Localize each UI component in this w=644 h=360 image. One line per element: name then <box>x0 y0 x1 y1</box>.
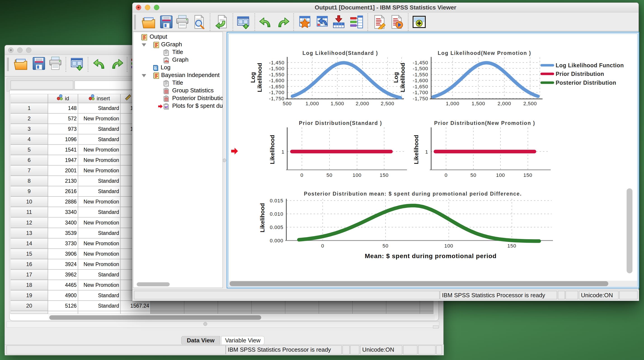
svg-text:1,500: 1,500 <box>330 101 344 106</box>
svg-text:-1,650: -1,650 <box>269 84 284 89</box>
svg-text:2,500: 2,500 <box>381 101 394 106</box>
svg-text:-1,500: -1,500 <box>269 66 284 71</box>
svg-text:-1,450: -1,450 <box>269 60 284 65</box>
svg-text:Posterior Distribution: Posterior Distribution <box>556 79 616 86</box>
svg-text:150: 150 <box>507 243 516 249</box>
svg-text:-1,750: -1,750 <box>269 96 284 101</box>
svg-text:Log: Log <box>250 72 256 83</box>
svg-text:-1,700: -1,700 <box>413 90 428 95</box>
svg-text:150: 150 <box>523 172 532 178</box>
svg-text:-1,750: -1,750 <box>413 96 428 101</box>
svg-text:Likelihood: Likelihood <box>269 135 276 164</box>
svg-text:-1,550: -1,550 <box>413 72 428 77</box>
svg-text:50: 50 <box>326 172 332 178</box>
svg-text:Prior Distribution(New Promoti: Prior Distribution(New Promotion ) <box>434 120 535 126</box>
svg-text:2,000: 2,000 <box>356 101 369 106</box>
svg-text:0.010: 0.010 <box>270 211 283 217</box>
svg-text:-1,650: -1,650 <box>413 84 428 89</box>
svg-text:Log Likelihood(New Promotion ): Log Likelihood(New Promotion ) <box>438 50 531 56</box>
svg-text:100: 100 <box>352 172 362 178</box>
svg-text:1,000: 1,000 <box>446 101 460 106</box>
svg-text:Log: Log <box>392 72 399 83</box>
svg-text:0: 0 <box>300 172 303 178</box>
svg-text:Log Likelihood(Standard ): Log Likelihood(Standard ) <box>302 50 378 56</box>
svg-text:Posterior Distribution mean: $: Posterior Distribution mean: $ spent dur… <box>304 191 522 197</box>
svg-text:150: 150 <box>380 172 389 178</box>
svg-text:0: 0 <box>321 243 324 249</box>
svg-text:100: 100 <box>496 172 505 178</box>
svg-text:-1,600: -1,600 <box>413 78 428 83</box>
svg-text:-1,550: -1,550 <box>269 72 284 77</box>
svg-text:2,000: 2,000 <box>498 101 511 106</box>
svg-text:-1,500: -1,500 <box>413 66 428 71</box>
svg-text:-1,600: -1,600 <box>269 78 284 83</box>
svg-text:-1,700: -1,700 <box>269 90 284 95</box>
svg-text:0.000: 0.000 <box>270 238 283 244</box>
svg-text:Log Likelihood Function: Log Likelihood Function <box>556 62 624 68</box>
svg-text:100: 100 <box>444 243 453 249</box>
svg-text:-1,450: -1,450 <box>413 60 428 65</box>
svg-text:1: 1 <box>282 149 284 155</box>
svg-text:Mean: $ spent during promotion: Mean: $ spent during promotional period <box>365 253 496 260</box>
svg-text:2,500: 2,500 <box>523 101 537 106</box>
svg-text:Likelihood: Likelihood <box>413 135 420 164</box>
svg-text:1,000: 1,000 <box>306 101 319 106</box>
svg-text:Prior Distribution: Prior Distribution <box>556 71 604 77</box>
svg-text:500: 500 <box>283 101 292 106</box>
svg-text:1,500: 1,500 <box>472 101 485 106</box>
svg-text:50: 50 <box>382 243 388 249</box>
svg-text:Likelihood: Likelihood <box>399 63 406 92</box>
svg-text:0: 0 <box>444 172 448 178</box>
svg-text:Prior Distribution(Standard ): Prior Distribution(Standard ) <box>299 120 382 126</box>
svg-text:50: 50 <box>470 172 476 178</box>
svg-text:1: 1 <box>425 149 428 155</box>
svg-text:Likelihood: Likelihood <box>256 63 263 92</box>
svg-text:0.015: 0.015 <box>270 198 283 204</box>
svg-text:Likelihood: Likelihood <box>259 203 266 232</box>
svg-text:0.005: 0.005 <box>270 225 283 230</box>
